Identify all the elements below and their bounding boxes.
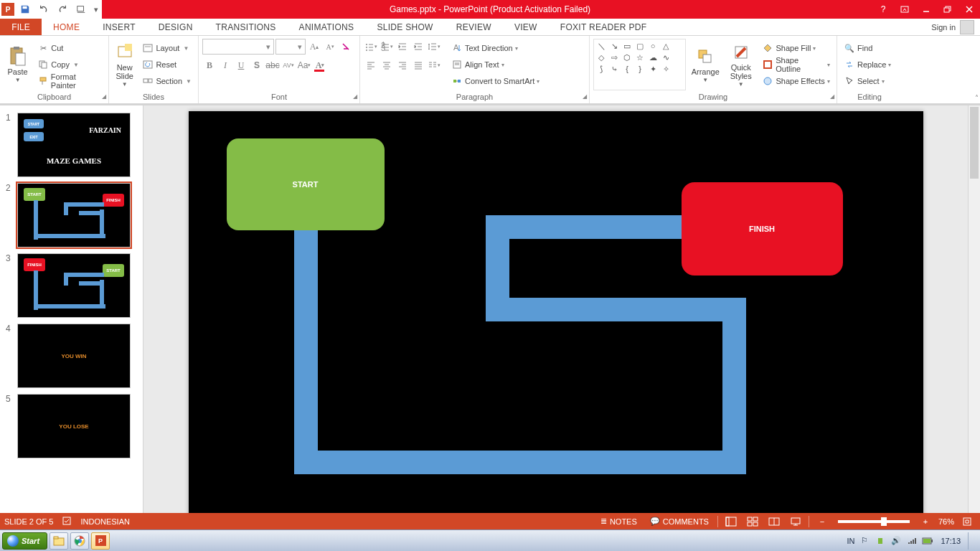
tray-show-desktop[interactable] (968, 532, 974, 550)
tray-lang[interactable]: IN (847, 537, 854, 545)
paragraph-dialog-launcher-icon[interactable]: ◢ (583, 93, 587, 100)
decrease-indent-icon[interactable] (395, 39, 410, 55)
tab-view[interactable]: VIEW (503, 19, 549, 35)
restore-icon[interactable] (937, 0, 958, 19)
tab-home[interactable]: HOME (42, 19, 91, 35)
finish-shape[interactable]: FINISH (682, 182, 843, 276)
minimize-icon[interactable] (915, 0, 937, 19)
justify-icon[interactable] (411, 57, 425, 73)
arrange-button[interactable]: Arrange▼ (689, 39, 722, 90)
bold-icon[interactable]: B (202, 57, 217, 73)
reading-view-icon[interactable] (765, 513, 783, 529)
convert-smartart-button[interactable]: Convert to SmartArt▾ (448, 73, 542, 89)
help-icon[interactable]: ? (872, 0, 894, 19)
thumb-item-1[interactable]: 1 START EXIT FARZAIN MAZE GAMES (0, 110, 143, 180)
tab-animations[interactable]: ANIMATIONS (288, 19, 366, 35)
comments-button[interactable]: 💬COMMENTS (646, 513, 713, 529)
save-icon[interactable] (17, 1, 33, 17)
clear-formatting-icon[interactable] (339, 39, 353, 55)
shapes-gallery[interactable]: ＼↘▭▢○△ ◇⇨⬡☆☁∿ ⟆⤷{}✦✧ (593, 39, 686, 90)
thumb-item-2[interactable]: 2 START FINISH (0, 180, 143, 250)
reset-button[interactable]: Reset (139, 57, 194, 72)
tray-network-icon[interactable] (906, 535, 918, 547)
font-color-icon[interactable]: A▾ (313, 57, 327, 73)
fit-to-window-icon[interactable] (958, 513, 976, 529)
find-button[interactable]: 🔍Find (841, 40, 894, 56)
select-button[interactable]: Select▾ (841, 73, 894, 89)
italic-icon[interactable]: I (218, 57, 232, 73)
taskbar-powerpoint-button[interactable]: P (91, 532, 110, 550)
sign-in[interactable]: Sign in (925, 19, 980, 35)
qat-customize-icon[interactable]: ▾ (92, 1, 100, 17)
tray-clock[interactable]: 17:13 (938, 537, 963, 545)
zoom-slider-knob[interactable] (881, 517, 887, 526)
drawing-dialog-launcher-icon[interactable]: ◢ (830, 93, 834, 100)
tab-review[interactable]: REVIEW (445, 19, 503, 35)
layout-button[interactable]: Layout▼ (139, 40, 194, 56)
bullets-icon[interactable]: ▾ (364, 39, 378, 55)
zoom-in-icon[interactable]: + (917, 513, 934, 529)
font-name-combo[interactable]: ▾ (202, 39, 274, 55)
increase-indent-icon[interactable] (411, 39, 425, 55)
replace-button[interactable]: Replace▾ (841, 57, 894, 72)
redo-icon[interactable] (55, 1, 70, 17)
collapse-ribbon-icon[interactable]: ˄ (975, 94, 979, 102)
slideshow-view-icon[interactable] (787, 513, 804, 529)
thumb-item-5[interactable]: 5 YOU LOSE (0, 391, 143, 461)
section-button[interactable]: Section▼ (139, 73, 194, 89)
copy-button[interactable]: Copy▼ (34, 57, 105, 72)
align-right-icon[interactable] (395, 57, 410, 73)
align-center-icon[interactable] (380, 57, 394, 73)
columns-icon[interactable]: ▾ (427, 57, 441, 73)
tray-safely-remove-icon[interactable] (875, 535, 886, 547)
shape-outline-button[interactable]: Shape Outline▾ (759, 57, 833, 72)
windows-start-button[interactable]: Start (2, 532, 47, 550)
taskbar-chrome-button[interactable] (70, 532, 89, 550)
font-dialog-launcher-icon[interactable]: ◢ (353, 93, 357, 100)
strikethrough-icon[interactable]: abc (265, 57, 280, 73)
increase-font-icon[interactable]: A▴ (307, 39, 321, 55)
normal-view-icon[interactable] (722, 513, 740, 529)
clipboard-dialog-launcher-icon[interactable]: ◢ (102, 93, 106, 100)
align-left-icon[interactable] (364, 57, 378, 73)
tab-transitions[interactable]: TRANSITIONS (204, 19, 288, 35)
start-shape[interactable]: START (227, 138, 385, 230)
tray-battery-icon[interactable] (922, 535, 933, 547)
zoom-out-icon[interactable]: − (814, 513, 831, 529)
slide-editor[interactable]: START FINISH (143, 105, 968, 513)
zoom-slider[interactable] (838, 520, 910, 523)
shape-fill-button[interactable]: Shape Fill▾ (759, 40, 833, 56)
char-spacing-icon[interactable]: AV▾ (281, 57, 296, 73)
align-text-button[interactable]: Align Text▾ (448, 57, 542, 72)
taskbar-explorer-button[interactable] (50, 532, 68, 550)
numbering-icon[interactable]: 123▾ (380, 39, 394, 55)
notes-button[interactable]: ≣NOTES (596, 513, 641, 529)
tab-design[interactable]: DESIGN (147, 19, 204, 35)
language-label[interactable]: INDONESIAN (80, 517, 129, 526)
thumb-item-4[interactable]: 4 YOU WIN (0, 321, 143, 391)
tab-slideshow[interactable]: SLIDE SHOW (365, 19, 444, 35)
slide-canvas[interactable]: START FINISH (189, 111, 923, 513)
tab-insert[interactable]: INSERT (91, 19, 147, 35)
slide-thumbnail-pane[interactable]: 1 START EXIT FARZAIN MAZE GAMES 2 START … (0, 105, 143, 513)
new-slide-button[interactable]: New Slide ▼ (113, 39, 136, 90)
change-case-icon[interactable]: Aa▾ (297, 57, 311, 73)
decrease-font-icon[interactable]: A▾ (323, 39, 337, 55)
line-spacing-icon[interactable]: ▾ (427, 39, 441, 55)
text-direction-button[interactable]: AText Direction▾ (448, 40, 542, 56)
paste-button[interactable]: Paste ▼ (4, 39, 32, 90)
close-icon[interactable] (958, 0, 980, 19)
cut-button[interactable]: ✂Cut (34, 40, 105, 56)
spellcheck-icon[interactable] (62, 516, 72, 527)
tab-file[interactable]: FILE (0, 19, 42, 35)
shadow-icon[interactable]: S (250, 57, 264, 73)
start-from-beginning-icon[interactable] (73, 1, 89, 17)
vertical-scrollbar[interactable] (968, 105, 980, 513)
tab-foxit[interactable]: FOXIT READER PDF (549, 19, 659, 35)
scrollbar-thumb[interactable] (970, 107, 979, 179)
tray-flag-icon[interactable]: ⚐ (859, 535, 870, 547)
tray-volume-icon[interactable]: 🔊 (890, 535, 902, 547)
undo-icon[interactable] (36, 1, 52, 17)
zoom-level[interactable]: 76% (938, 517, 954, 526)
thumb-item-3[interactable]: 3 FINISH START (0, 250, 143, 321)
